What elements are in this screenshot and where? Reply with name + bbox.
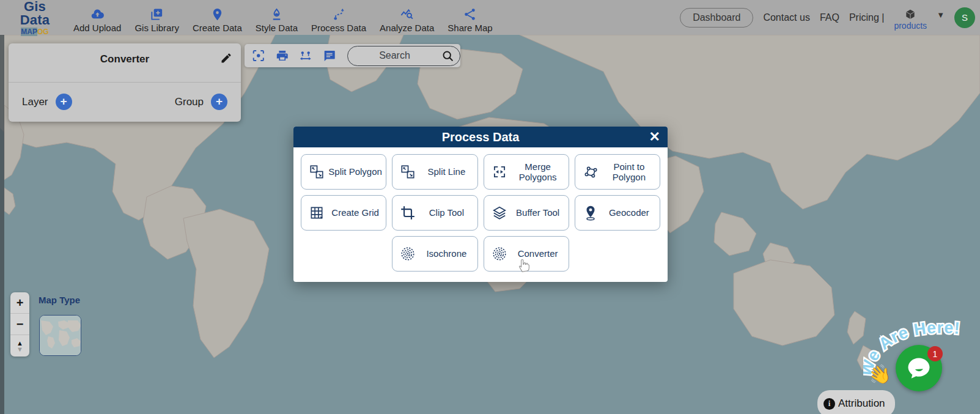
products-label: products (894, 21, 927, 31)
menu-gis-library[interactable]: Gis Library (134, 2, 179, 33)
dashboard-button[interactable]: Dashboard (680, 8, 753, 28)
measure-distance-icon[interactable] (299, 48, 312, 63)
clip-icon (400, 205, 416, 221)
chat-bubble-icon (906, 355, 932, 381)
contact-us-link[interactable]: Contact us (763, 12, 809, 23)
menu-label: Style Data (256, 23, 298, 33)
converter-spiral-icon (492, 246, 507, 262)
map-edge-strip (0, 35, 4, 414)
search-container (347, 46, 460, 66)
menu-add-upload[interactable]: Add Upload (73, 2, 121, 33)
hand-cursor (517, 257, 532, 273)
menu-style-data[interactable]: Style Data (256, 2, 298, 33)
faq-link[interactable]: FAQ (820, 12, 839, 23)
brand-title: Gis Data (9, 0, 61, 27)
arrow-up-icon: ▲ (17, 340, 23, 346)
attribution-button[interactable]: i Attribution (817, 390, 895, 414)
buffer-layers-icon (492, 205, 507, 221)
edit-pencil-icon[interactable] (220, 52, 232, 64)
menu-label: Gis Library (134, 23, 179, 33)
library-add-icon (150, 7, 164, 21)
location-pin-icon (210, 7, 224, 21)
merge-polygons-button[interactable]: Merge Polygons (484, 154, 569, 190)
map-type-label: Map Type (39, 295, 80, 305)
close-icon[interactable]: ✕ (649, 129, 660, 145)
menu-label: Create Data (193, 23, 242, 33)
tilt-control-button[interactable]: ▲ ▼ (10, 335, 29, 357)
converter-panel-header: Converter (9, 43, 241, 83)
zoom-control: + − ▲ ▼ (10, 292, 29, 357)
menu-share-map[interactable]: Share Map (448, 2, 492, 33)
menu-create-data[interactable]: Create Data (193, 2, 242, 33)
point-to-polygon-icon (583, 164, 599, 180)
center-focus-icon[interactable] (252, 48, 265, 63)
pricing-link[interactable]: Pricing | (849, 12, 885, 23)
panel-title: Converter (9, 43, 241, 65)
converter-panel: Converter Layer + Group + (9, 43, 241, 122)
isochrone-button[interactable]: Isochrone (392, 236, 477, 272)
add-layer-button[interactable]: + (56, 94, 72, 110)
clip-tool-button[interactable]: Clip Tool (392, 195, 477, 231)
layer-label: Layer (22, 96, 48, 108)
menu-process-data[interactable]: Process Data (311, 2, 366, 33)
map-type-thumbnail[interactable] (39, 315, 81, 356)
search-icon[interactable] (441, 50, 454, 62)
geocoder-button[interactable]: Geocoder (575, 195, 660, 231)
group-add-group: Group + (175, 94, 227, 110)
map-canvas[interactable]: Converter Layer + Group + Process Data (0, 35, 980, 414)
merge-polygons-icon (492, 164, 507, 180)
comment-icon[interactable] (323, 48, 336, 63)
group-label: Group (175, 96, 204, 108)
main-menu: Add Upload Gis Library Create Data Style… (73, 2, 493, 33)
split-line-icon (400, 164, 416, 180)
menu-label: Analyze Data (380, 23, 434, 33)
user-avatar[interactable]: S (954, 7, 975, 28)
nav-right-cluster: Dashboard Contact us FAQ Pricing | produ… (680, 0, 975, 35)
print-icon[interactable] (276, 48, 289, 63)
ink-drop-icon (270, 7, 284, 21)
chat-badge: 1 (927, 346, 943, 361)
layer-add-group: Layer + (22, 94, 72, 110)
products-menu[interactable]: products (894, 9, 927, 31)
cube-icon (904, 9, 916, 21)
brand-logo[interactable]: Gis Data MAPOG (9, 0, 61, 35)
arrow-down-icon: ▼ (17, 346, 23, 352)
geocoder-pin-icon (583, 205, 599, 221)
share-icon (463, 7, 477, 21)
map-toolbar (245, 44, 460, 67)
info-icon: i (823, 398, 835, 410)
split-polygon-button[interactable]: Split Polygon (301, 154, 386, 190)
brand-subtitle: MAPOG (9, 28, 61, 35)
menu-label: Process Data (311, 23, 366, 33)
modal-title: Process Data (442, 130, 520, 144)
layer-group-row: Layer + Group + (9, 83, 241, 121)
route-icon (332, 7, 346, 21)
attribution-label: Attribution (838, 397, 885, 410)
top-navbar: Gis Data MAPOG Add Upload Gis Library Cr… (0, 0, 980, 35)
menu-label: Add Upload (73, 23, 121, 33)
zoom-out-button[interactable]: − (10, 314, 29, 335)
add-group-button[interactable]: + (211, 94, 227, 110)
menu-label: Share Map (448, 23, 492, 33)
zoom-in-button[interactable]: + (10, 292, 29, 314)
point-to-polygon-button[interactable]: Point to Polygon (575, 154, 660, 190)
create-grid-button[interactable]: Create Grid (301, 195, 386, 231)
modal-body: Split Polygon Split Line Merge Polygons … (293, 147, 668, 278)
query-stats-icon (400, 7, 414, 21)
isochrone-spiral-icon (400, 246, 416, 262)
split-polygon-icon (309, 164, 325, 180)
split-line-button[interactable]: Split Line (392, 154, 477, 190)
minimap-graphic (40, 316, 81, 356)
chevron-down-icon[interactable]: ▼ (937, 10, 945, 20)
modal-header: Process Data ✕ (293, 127, 668, 147)
menu-analyze-data[interactable]: Analyze Data (380, 2, 434, 33)
create-grid-icon (309, 205, 325, 221)
cloud-upload-icon (90, 7, 105, 21)
process-data-modal: Process Data ✕ Split Polygon Split Line … (293, 127, 668, 282)
buffer-tool-button[interactable]: Buffer Tool (484, 195, 569, 231)
